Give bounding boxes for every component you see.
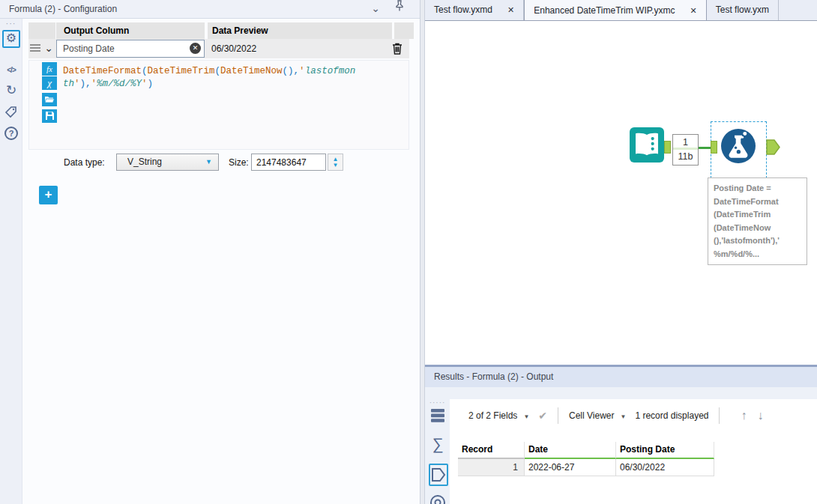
workflow-region: Test flow.yxmd✕Enhanced DateTimeTrim WIP… xyxy=(425,0,817,504)
alteryx-designer-window: Formula (2) - Configuration ⌄ ··· ⚙ </> … xyxy=(0,0,817,504)
results-panel-title: Results - Formula (2) - Output xyxy=(425,367,817,387)
size-stepper[interactable]: ▲ ▼ xyxy=(328,154,343,171)
results-main: 2 of 2 Fields ▼ ✔ Cell Viewer ▼ 1 record… xyxy=(450,399,817,504)
configuration-panel-title: Formula (2) - Configuration xyxy=(9,4,117,14)
output-column-header: Output Column xyxy=(56,22,205,39)
document-tab[interactable]: Test flow.yxm xyxy=(707,0,779,20)
annotation-line: (),'lastofmonth'),' xyxy=(714,234,801,248)
cell-viewer-dropdown[interactable]: Cell Viewer xyxy=(569,410,614,421)
configuration-tab-icon[interactable]: ⚙ xyxy=(2,30,20,48)
configuration-panel: Formula (2) - Configuration ⌄ ··· ⚙ </> … xyxy=(0,0,420,504)
results-gap xyxy=(425,387,817,399)
tab-close-icon[interactable]: ✕ xyxy=(507,0,514,20)
results-panel: Results - Formula (2) - Output ····· ∑ xyxy=(425,365,817,504)
formula-expression-editor: fx χ DateTimeFormat(DateTimeTrim(DateTim… xyxy=(28,60,409,150)
strip-drag-handle[interactable]: ····· xyxy=(425,399,450,407)
refresh-icon[interactable]: ↻ xyxy=(3,82,19,99)
results-background xyxy=(450,476,817,504)
size-label: Size: xyxy=(229,154,249,171)
data-type-label: Data type: xyxy=(64,154,105,171)
formula-expression-row: ⌄ ✕ 06/30/2022 xyxy=(28,39,409,58)
output-column-input[interactable] xyxy=(56,40,205,58)
row-drag-handle-icon[interactable] xyxy=(30,44,40,53)
next-record-icon[interactable]: ↓ xyxy=(757,409,763,422)
dropdown-caret-icon[interactable]: ▼ xyxy=(523,413,529,420)
annotation-tag-icon[interactable] xyxy=(3,105,19,121)
browse-view-icon[interactable] xyxy=(429,494,447,504)
table-cell: 06/30/2022 xyxy=(616,459,714,476)
connection-record-count-badge[interactable]: 1 11b xyxy=(672,134,699,166)
input-anchor[interactable] xyxy=(711,141,717,154)
table-cell: 1 xyxy=(458,459,525,476)
document-tab[interactable]: Enhanced DateTimeTrim WIP.yxmc✕ xyxy=(524,0,707,21)
column-header[interactable]: Record xyxy=(458,442,525,459)
dropdown-caret-icon[interactable]: ▼ xyxy=(621,413,627,420)
document-tab[interactable]: Test flow.yxmd✕ xyxy=(425,0,524,20)
dropdown-caret-icon: ▼ xyxy=(205,154,212,170)
annotation-line: Posting Date = xyxy=(714,182,801,195)
fields-dropdown[interactable]: 2 of 2 Fields xyxy=(468,410,517,421)
panel-splitter[interactable] xyxy=(420,0,425,504)
data-type-select[interactable]: V_String ▼ xyxy=(116,154,219,171)
previous-record-icon[interactable]: ↑ xyxy=(741,409,747,422)
annotation-line: %m/%d/%... xyxy=(714,248,801,261)
grid-header-stub xyxy=(394,22,414,39)
save-expression-button[interactable] xyxy=(42,109,57,123)
record-count: 1 xyxy=(673,135,698,150)
tab-close-icon[interactable]: ✕ xyxy=(690,1,697,21)
annotation-line: (DateTimeTrim xyxy=(714,208,801,222)
metadata-view-icon[interactable]: ∑ xyxy=(429,434,447,454)
open-expression-button[interactable] xyxy=(42,93,57,106)
output-anchor[interactable] xyxy=(766,139,780,155)
variables-button[interactable]: χ xyxy=(42,76,57,90)
tab-bar: Test flow.yxmd✕Enhanced DateTimeTrim WIP… xyxy=(425,0,817,21)
column-header[interactable]: Date xyxy=(525,442,616,459)
data-preview-value: 06/30/2022 xyxy=(211,39,256,58)
annotation-line: DateTimeFormat xyxy=(714,195,801,209)
results-table: RecordDatePosting Date 12022-06-2706/30/… xyxy=(458,442,817,476)
data-size: 11b xyxy=(673,150,698,163)
help-icon[interactable]: ? xyxy=(3,126,19,142)
table-cell: 2022-06-27 xyxy=(525,459,616,476)
table-row[interactable]: 12022-06-2706/30/2022 xyxy=(458,459,817,476)
tab-label: Test flow.yxm xyxy=(716,0,769,20)
delete-expression-icon[interactable] xyxy=(391,42,405,55)
toolbar-separator xyxy=(719,407,720,424)
configuration-toolbar: ··· ⚙ </> ↻ ? xyxy=(0,19,22,504)
toolbar-drag-handle[interactable]: ··· xyxy=(0,19,22,29)
formula-configuration-area: Output Column Data Preview ⌄ ✕ 06/30/202… xyxy=(22,19,420,504)
connection-line[interactable] xyxy=(699,147,711,149)
stepper-down-icon[interactable]: ▼ xyxy=(333,163,339,168)
panel-collapse-chevron-icon[interactable]: ⌄ xyxy=(367,0,384,19)
text-input-tool[interactable] xyxy=(630,127,664,163)
results-toolbar: 2 of 2 Fields ▼ ✔ Cell Viewer ▼ 1 record… xyxy=(450,399,817,432)
apply-check-icon[interactable]: ✔ xyxy=(538,410,547,422)
grid-header-stub xyxy=(28,22,55,39)
formula-tool[interactable] xyxy=(721,129,756,163)
output-anchor[interactable] xyxy=(664,141,671,154)
data-preview-header: Data Preview xyxy=(208,22,392,39)
results-header-row: RecordDatePosting Date xyxy=(458,442,817,459)
results-body: 12022-06-2706/30/2022 xyxy=(458,459,817,476)
functions-button[interactable]: fx xyxy=(42,62,57,76)
data-type-row: Data type: V_String ▼ Size: ▲ ▼ xyxy=(28,154,409,173)
toolbar-separator xyxy=(558,407,558,424)
output-anchor-view-icon[interactable] xyxy=(429,464,448,486)
table-view-icon[interactable] xyxy=(429,407,447,426)
tab-label: Test flow.yxmd xyxy=(434,0,492,20)
clear-column-icon[interactable]: ✕ xyxy=(190,43,201,54)
add-expression-button[interactable]: + xyxy=(39,186,58,204)
code-view-icon[interactable]: </> xyxy=(3,62,19,79)
row-expand-chevron-icon[interactable]: ⌄ xyxy=(42,39,55,57)
configuration-panel-header: Formula (2) - Configuration ⌄ xyxy=(0,0,420,19)
formula-editor[interactable]: DateTimeFormat(DateTimeTrim(DateTimeNow(… xyxy=(58,61,408,149)
annotation-line: (DateTimeNow xyxy=(714,222,801,235)
data-type-value: V_String xyxy=(127,157,162,167)
results-toolbar-strip: ····· ∑ xyxy=(425,399,450,504)
column-header[interactable]: Posting Date xyxy=(616,442,714,459)
size-input[interactable] xyxy=(251,154,326,171)
tab-label: Enhanced DateTimeTrim WIP.yxmc xyxy=(534,1,675,21)
workflow-canvas[interactable]: 1 11b Posting Date =DateTimeFormat(DateT… xyxy=(425,21,817,365)
tool-annotation[interactable]: Posting Date =DateTimeFormat(DateTimeTri… xyxy=(708,177,807,265)
panel-pin-icon[interactable] xyxy=(391,0,408,19)
